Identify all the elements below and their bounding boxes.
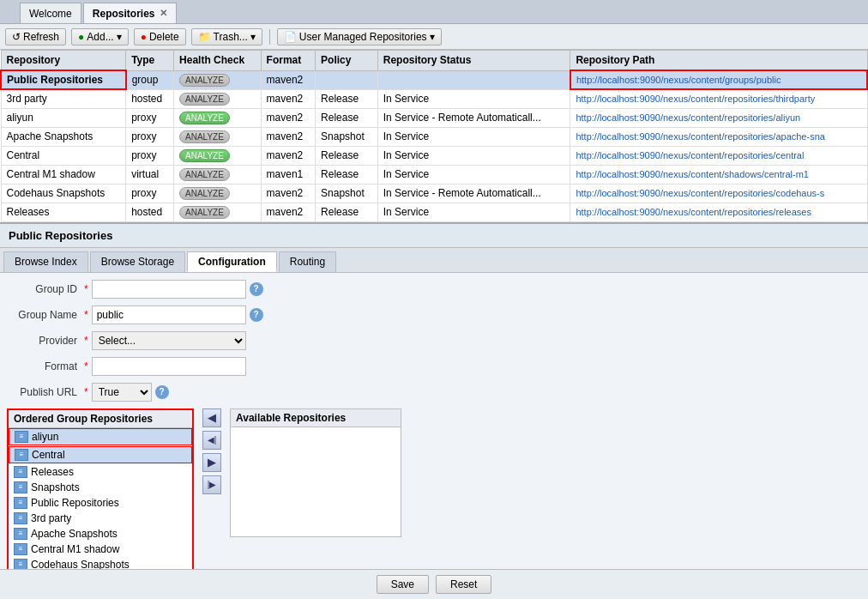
- group-name-help-icon[interactable]: ?: [250, 308, 263, 322]
- policy-cell: Release: [316, 203, 378, 221]
- analyze-button[interactable]: ANALYZE: [179, 130, 230, 143]
- repo-path-link[interactable]: http://localhost:9090/nexus/content/repo…: [576, 188, 824, 198]
- analyze-button[interactable]: ANALYZE: [179, 187, 230, 200]
- repo-type-cell: proxy: [126, 108, 174, 127]
- repo-path-link[interactable]: http://localhost:9090/nexus/content/repo…: [576, 150, 804, 160]
- group-id-input[interactable]: [92, 280, 246, 299]
- table-row[interactable]: aliyunproxyANALYZEmaven2ReleaseIn Servic…: [1, 108, 867, 127]
- policy-cell: Snapshot: [316, 127, 378, 146]
- status-cell: In Service: [377, 165, 570, 184]
- path-cell: http://localhost:9090/nexus/content/repo…: [570, 108, 867, 127]
- repo-name-cell[interactable]: Apache Snapshots: [1, 127, 126, 146]
- table-row[interactable]: ReleaseshostedANALYZEmaven2ReleaseIn Ser…: [1, 203, 867, 221]
- repo-type-cell: proxy: [126, 146, 174, 165]
- col-header-health: Health Check: [174, 51, 262, 71]
- repo-name-cell[interactable]: 3rd party: [1, 89, 126, 108]
- move-left-button[interactable]: ◀: [202, 408, 221, 427]
- ordered-repo-item[interactable]: Central M1 shadow: [9, 542, 192, 557]
- table-row[interactable]: Public RepositoriesgroupANALYZEmaven2htt…: [1, 70, 867, 89]
- reset-button[interactable]: Reset: [436, 575, 491, 594]
- user-managed-button[interactable]: 📄 User Managed Repositories ▾: [277, 28, 442, 45]
- analyze-button[interactable]: ANALYZE: [179, 168, 230, 181]
- table-row[interactable]: Apache SnapshotsproxyANALYZEmaven2Snapsh…: [1, 127, 867, 146]
- ordered-repo-item[interactable]: Codehaus Snapshots: [9, 557, 192, 570]
- analyze-button[interactable]: ANALYZE: [179, 112, 230, 124]
- analyze-button[interactable]: ANALYZE: [179, 74, 230, 87]
- repo-item-label: 3rd party: [31, 512, 71, 524]
- delete-button[interactable]: ● Delete: [134, 28, 186, 45]
- tab-repositories-label: Repositories: [93, 8, 155, 20]
- repo-path-link[interactable]: http://localhost:9090/nexus/content/shad…: [576, 169, 809, 179]
- health-check-cell: ANALYZE: [174, 184, 262, 203]
- status-cell: In Service: [377, 127, 570, 146]
- tab-browse-index[interactable]: Browse Index: [3, 251, 88, 272]
- trash-button[interactable]: 📁 Trash... ▾: [191, 28, 262, 45]
- group-name-input[interactable]: [92, 306, 246, 324]
- form-row-provider: Provider * Select...: [7, 331, 401, 350]
- repo-path-link[interactable]: http://localhost:9090/nexus/content/repo…: [576, 207, 811, 217]
- format-cell: maven2: [261, 70, 316, 89]
- repo-path-link[interactable]: http://localhost:9090/nexus/content/repo…: [576, 131, 824, 142]
- ordered-repo-item[interactable]: Public Repositories: [9, 495, 192, 511]
- analyze-button[interactable]: ANALYZE: [179, 149, 230, 162]
- format-cell: maven2: [261, 184, 316, 203]
- move-left-all-button[interactable]: ◀|: [202, 431, 221, 450]
- repo-name-cell[interactable]: Central: [1, 146, 126, 165]
- configuration-label: Configuration: [198, 256, 266, 268]
- ordered-repo-item[interactable]: Releases: [9, 464, 192, 480]
- col-header-repository: Repository: [1, 51, 126, 71]
- analyze-button[interactable]: ANALYZE: [179, 93, 230, 106]
- form-row-group-name: Group Name * ?: [7, 306, 401, 324]
- ordered-repo-item[interactable]: Snapshots: [9, 480, 192, 495]
- group-id-help-icon[interactable]: ?: [250, 282, 263, 296]
- provider-select[interactable]: Select...: [92, 331, 246, 350]
- refresh-button[interactable]: ↺ Refresh: [5, 28, 66, 45]
- ordered-repo-item[interactable]: aliyun: [9, 428, 192, 445]
- format-cell: maven2: [261, 127, 316, 146]
- toolbar: ↺ Refresh ● Add... ▾ ● Delete 📁 Trash...…: [0, 24, 868, 50]
- publish-url-select[interactable]: True False: [92, 383, 152, 402]
- repo-name-cell[interactable]: aliyun: [1, 108, 126, 127]
- ordered-repo-item[interactable]: Apache Snapshots: [9, 526, 192, 542]
- policy-cell: Release: [316, 146, 378, 165]
- format-input[interactable]: [92, 357, 246, 376]
- ordered-repo-item[interactable]: 3rd party: [9, 511, 192, 526]
- ordered-repo-item[interactable]: Central: [9, 446, 192, 463]
- table-row[interactable]: Codehaus SnapshotsproxyANALYZEmaven2Snap…: [1, 184, 867, 203]
- repo-name-cell[interactable]: Codehaus Snapshots: [1, 184, 126, 203]
- table-row[interactable]: Central M1 shadowvirtualANALYZEmaven1Rel…: [1, 165, 867, 184]
- move-right-button[interactable]: ▶: [202, 453, 221, 472]
- tab-configuration[interactable]: Configuration: [187, 251, 277, 272]
- policy-cell: Release: [316, 89, 378, 108]
- provider-required: *: [84, 335, 88, 347]
- publish-url-help-icon[interactable]: ?: [155, 385, 169, 399]
- tab-welcome[interactable]: Welcome: [20, 3, 81, 23]
- tab-routing[interactable]: Routing: [279, 251, 336, 272]
- tab-browse-storage[interactable]: Browse Storage: [90, 251, 185, 272]
- repo-path-link[interactable]: http://localhost:9090/nexus/content/repo…: [576, 112, 800, 123]
- repo-path-link[interactable]: http://localhost:9090/nexus/content/repo…: [576, 94, 815, 104]
- refresh-label: Refresh: [23, 31, 59, 43]
- repo-name-cell[interactable]: Central M1 shadow: [1, 165, 126, 184]
- repo-name-cell[interactable]: Releases: [1, 203, 126, 221]
- health-check-cell: ANALYZE: [174, 70, 262, 89]
- format-cell: maven2: [261, 108, 316, 127]
- repo-type-cell: hosted: [126, 203, 174, 221]
- repo-name-cell[interactable]: Public Repositories: [1, 70, 126, 89]
- add-button[interactable]: ● Add... ▾: [71, 28, 129, 45]
- repo-path-link[interactable]: http://localhost:9090/nexus/content/grou…: [576, 75, 781, 85]
- format-required: *: [84, 360, 88, 372]
- repo-type-cell: group: [126, 70, 174, 89]
- table-row[interactable]: CentralproxyANALYZEmaven2ReleaseIn Servi…: [1, 146, 867, 165]
- repo-item-icon: [14, 497, 27, 509]
- provider-label: Provider: [7, 335, 84, 347]
- move-right-all-button[interactable]: |▶: [202, 475, 221, 494]
- analyze-button[interactable]: ANALYZE: [179, 206, 230, 219]
- add-label: Add...: [87, 31, 113, 43]
- table-row[interactable]: 3rd partyhostedANALYZEmaven2ReleaseIn Se…: [1, 89, 867, 108]
- tab-repositories[interactable]: Repositories ✕: [83, 3, 178, 23]
- repo-item-icon: [14, 559, 27, 570]
- add-icon: ●: [78, 31, 84, 43]
- tab-close-icon[interactable]: ✕: [160, 8, 167, 19]
- save-button[interactable]: Save: [377, 575, 429, 594]
